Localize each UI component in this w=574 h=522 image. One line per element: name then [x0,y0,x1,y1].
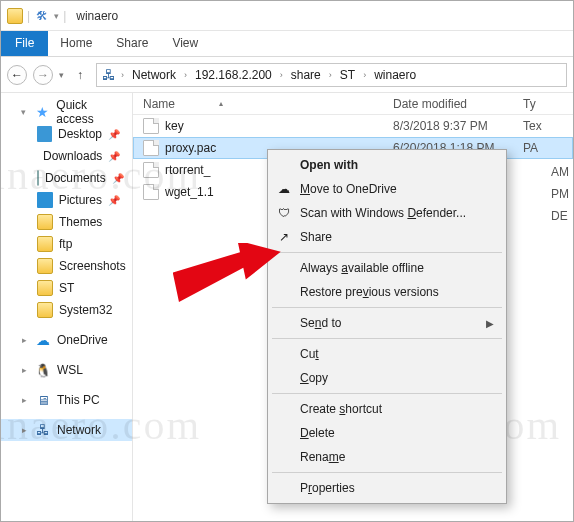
chevron-right-icon[interactable]: ▸ [19,395,29,405]
network-icon: 🖧 [101,67,117,83]
sidebar-item-label: OneDrive [57,333,108,347]
context-menu-item[interactable]: Send to▶ [270,311,504,335]
pictures-icon [37,192,53,208]
quick-access-toolbar: | 🛠 ▾ | [7,8,66,24]
recent-locations-chevron[interactable]: ▾ [59,70,64,80]
sidebar-item-system32[interactable]: System32 [1,299,132,321]
pin-icon: 📌 [108,129,120,140]
title-bar: | 🛠 ▾ | winaero [1,1,573,31]
context-menu-item[interactable]: Always available offline [270,256,504,280]
chevron-right-icon: › [182,70,189,80]
nav-quick-access[interactable]: ▾ ★ Quick access [1,101,132,123]
sidebar-item-downloads[interactable]: Downloads📌 [1,145,132,167]
app-icon [7,8,23,24]
context-menu-label: Cut [300,347,319,361]
window-title: winaero [76,9,118,23]
chevron-right-icon: › [361,70,368,80]
file-type: Tex [523,119,573,133]
sidebar-item-label: WSL [57,363,83,377]
context-menu-item[interactable]: ☁Move to OneDrive [270,177,504,201]
crumb-share[interactable]: share [287,66,325,84]
context-menu-label: Copy [300,371,328,385]
context-menu-label: Send to [300,316,341,330]
context-menu-separator [272,472,502,473]
col-type[interactable]: Ty [523,97,573,111]
context-menu-item[interactable]: Restore previous versions [270,280,504,304]
context-menu-separator [272,338,502,339]
sidebar-item-documents[interactable]: Documents📌 [1,167,132,189]
qat-chevron-icon[interactable]: ▾ [54,11,59,21]
context-menu-item[interactable]: 🛡Scan with Windows Defender... [270,201,504,225]
sidebar-item-label: Documents [45,171,106,185]
sidebar-item-label: This PC [57,393,100,407]
file-type: PA [523,141,573,155]
context-menu-item[interactable]: Open with [270,153,504,177]
sidebar-item-pictures[interactable]: Pictures📌 [1,189,132,211]
file-icon [143,162,159,178]
chevron-right-icon[interactable]: ▸ [19,425,29,435]
cropped-column: AM PM DE [551,161,569,227]
context-menu-item[interactable]: Copy [270,366,504,390]
chevron-right-icon[interactable]: ▸ [19,365,29,375]
context-menu-item[interactable]: Properties [270,476,504,500]
sidebar-item-screenshots[interactable]: Screenshots [1,255,132,277]
context-menu-label: Share [300,230,332,244]
star-icon: ★ [35,104,51,120]
file-tab[interactable]: File [1,31,48,56]
chevron-right-icon: › [278,70,285,80]
crumb-winaero[interactable]: winaero [370,66,420,84]
crumb-st[interactable]: ST [336,66,359,84]
context-menu-label: Always available offline [300,261,424,275]
properties-icon[interactable]: 🛠 [34,8,50,24]
col-date[interactable]: Date modified [393,97,523,111]
forward-button[interactable]: → [33,65,53,85]
column-headers[interactable]: Name▴ Date modified Ty [133,93,573,115]
sidebar-item-label: Network [57,423,101,437]
qat-separator2: | [63,9,66,23]
context-menu-item[interactable]: Rename [270,445,504,469]
up-button[interactable]: ↑ [70,65,90,85]
sidebar-item-network[interactable]: ▸🖧Network [1,419,132,441]
sidebar-item-label: Pictures [59,193,102,207]
col-name[interactable]: Name [143,97,175,111]
cloud-icon: ☁ [276,181,292,197]
sidebar-item-desktop[interactable]: Desktop📌 [1,123,132,145]
file-name: key [165,119,184,133]
context-menu-label: Open with [300,158,358,172]
context-menu-item[interactable]: ↗Share [270,225,504,249]
qat-separator: | [27,9,30,23]
crumb-host[interactable]: 192.168.2.200 [191,66,276,84]
context-menu-separator [272,393,502,394]
chevron-right-icon[interactable]: ▸ [19,335,29,345]
context-menu-item[interactable]: Delete [270,421,504,445]
sidebar-item-st[interactable]: ST [1,277,132,299]
sidebar-item-label: Screenshots [59,259,126,273]
tab-view[interactable]: View [160,31,210,56]
chevron-right-icon: › [119,70,126,80]
sidebar-item-wsl[interactable]: ▸🐧WSL [1,359,132,381]
context-menu-label: Restore previous versions [300,285,439,299]
sidebar-item-this-pc[interactable]: ▸🖥This PC [1,389,132,411]
tab-share[interactable]: Share [104,31,160,56]
folder-icon [37,280,53,296]
chevron-right-icon: ▶ [486,318,494,329]
file-row[interactable]: key8/3/2018 9:37 PMTex [133,115,573,137]
sidebar-item-ftp[interactable]: ftp [1,233,132,255]
back-button[interactable]: ← [7,65,27,85]
context-menu-item[interactable]: Create shortcut [270,397,504,421]
sort-indicator-icon: ▴ [219,99,223,108]
sidebar-item-onedrive[interactable]: ▸☁OneDrive [1,329,132,351]
folder-icon [37,258,53,274]
context-menu-label: Create shortcut [300,402,382,416]
crumb-network[interactable]: Network [128,66,180,84]
wsl-icon: 🐧 [35,362,51,378]
onedrive-icon: ☁ [35,332,51,348]
context-menu-item[interactable]: Cut [270,342,504,366]
file-icon [143,140,159,156]
breadcrumb[interactable]: 🖧 › Network › 192.168.2.200 › share › ST… [96,63,567,87]
tab-home[interactable]: Home [48,31,104,56]
network-icon: 🖧 [35,422,51,438]
sidebar-item-themes[interactable]: Themes [1,211,132,233]
chevron-down-icon[interactable]: ▾ [19,107,29,117]
navigation-pane[interactable]: ▾ ★ Quick access Desktop📌Downloads📌Docum… [1,93,133,521]
